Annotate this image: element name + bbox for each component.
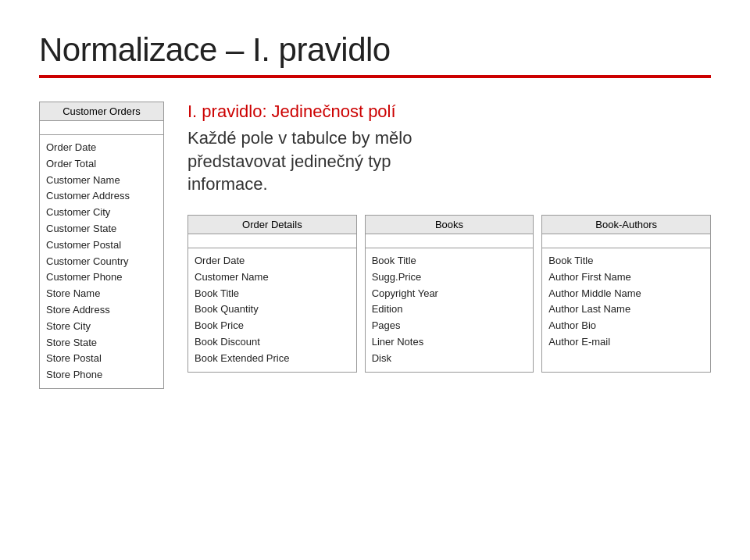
list-item: Store Name — [46, 286, 157, 302]
list-item: Customer Phone — [46, 269, 157, 286]
book-authors-body: Book Title Author First Name Author Midd… — [542, 248, 710, 355]
list-item: Customer Postal — [46, 237, 157, 254]
book-authors-table: Book-Authors Book Title Author First Nam… — [541, 215, 711, 373]
rule-line3: informace. — [188, 174, 268, 194]
book-authors-header: Book-Authors — [542, 216, 710, 234]
list-item: Book Title — [372, 253, 527, 269]
list-item: Author Last Name — [548, 301, 704, 318]
rule-line2: představovat jedinečný typ — [188, 152, 391, 171]
books-table: Books Book Title Sugg.Price Copyright Ye… — [365, 215, 534, 373]
left-section: Customer Orders Order Date Order Total C… — [39, 102, 164, 389]
rule-line1: Každé pole v tabulce by mělo — [188, 128, 412, 148]
book-authors-divider — [542, 234, 710, 248]
order-details-table: Order Details Order Date Customer Name B… — [188, 215, 357, 373]
order-details-divider — [188, 234, 356, 248]
order-details-header: Order Details — [188, 216, 356, 234]
list-item: Customer Country — [46, 254, 157, 270]
list-item: Liner Notes — [372, 334, 527, 351]
list-item: Book Title — [548, 253, 704, 269]
content-area: Customer Orders Order Date Order Total C… — [39, 102, 711, 389]
customer-orders-header: Customer Orders — [40, 102, 163, 121]
list-item: Order Date — [46, 140, 157, 156]
list-item: Author Bio — [548, 318, 704, 334]
list-item: Author First Name — [548, 269, 704, 286]
list-item: Author E-mail — [548, 334, 704, 351]
list-item: Store Phone — [46, 367, 157, 383]
books-divider — [366, 234, 534, 248]
list-item: Order Total — [46, 156, 157, 173]
list-item: Customer Address — [46, 188, 157, 205]
list-item: Book Title — [195, 286, 350, 302]
rule-title: I. pravidlo: Jedinečnost polí — [188, 102, 711, 122]
list-item: Author Middle Name — [548, 286, 704, 302]
books-body: Book Title Sugg.Price Copyright Year Edi… — [366, 248, 534, 372]
rule-text-block: I. pravidlo: Jedinečnost polí Každé pole… — [188, 102, 711, 196]
customer-orders-body: Order Date Order Total Customer Name Cus… — [40, 135, 163, 388]
list-item: Disk — [372, 351, 527, 367]
list-item: Store Address — [46, 302, 157, 319]
title-divider — [39, 75, 711, 78]
list-item: Customer State — [46, 221, 157, 237]
books-header: Books — [366, 216, 534, 234]
list-item: Pages — [372, 318, 527, 334]
right-section: I. pravidlo: Jedinečnost polí Každé pole… — [188, 102, 711, 373]
list-item: Edition — [372, 301, 527, 318]
customer-orders-divider — [40, 121, 163, 135]
list-item: Book Extended Price — [195, 351, 350, 367]
list-item: Customer Name — [46, 173, 157, 189]
page-title: Normalizace – I. pravidlo — [39, 31, 711, 69]
list-item: Book Quantity — [195, 301, 350, 318]
list-item: Store Postal — [46, 351, 157, 367]
list-item: Sugg.Price — [372, 269, 527, 286]
list-item: Store State — [46, 335, 157, 351]
bottom-tables: Order Details Order Date Customer Name B… — [188, 215, 711, 373]
list-item: Copyright Year — [372, 286, 527, 302]
list-item: Store City — [46, 319, 157, 335]
rule-description: Každé pole v tabulce by mělo představova… — [188, 127, 711, 196]
list-item: Book Price — [195, 318, 350, 334]
list-item: Customer City — [46, 205, 157, 221]
list-item: Order Date — [195, 253, 350, 269]
list-item: Book Discount — [195, 334, 350, 351]
customer-orders-table: Customer Orders Order Date Order Total C… — [39, 102, 164, 389]
order-details-body: Order Date Customer Name Book Title Book… — [188, 248, 356, 372]
list-item: Customer Name — [195, 269, 350, 286]
